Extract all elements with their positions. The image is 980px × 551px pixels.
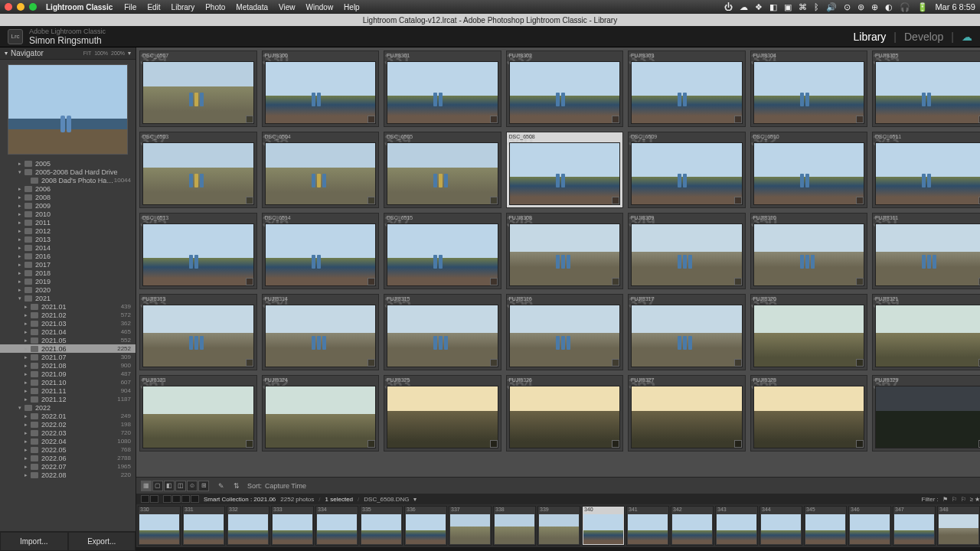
folder-row[interactable]: ▸2022.02198 (0, 420, 136, 429)
thumbnail-badge[interactable] (368, 440, 375, 448)
filmstrip-cell[interactable]: 341 (626, 506, 669, 546)
folder-row[interactable]: ▸2021.09487 (0, 370, 136, 378)
thumbnail-badge[interactable] (734, 116, 742, 123)
folder-row[interactable]: ▸2017 (0, 260, 136, 269)
grid-cell[interactable]: 358FUJI8320 (750, 294, 868, 370)
grid-cell[interactable]: 353FUJI8313 (139, 294, 257, 370)
grid-cell[interactable]: 340DSC_6508 (506, 132, 624, 208)
thumbnail-badge[interactable] (612, 116, 619, 123)
folder-row[interactable]: ▸2022.062788 (0, 454, 136, 462)
thumbnail-badge[interactable] (612, 359, 619, 367)
folder-row[interactable]: ▸2010 (0, 210, 136, 218)
grid-cell[interactable]: 334FUJI8304 (750, 51, 868, 127)
filmstrip-cell[interactable]: 345 (804, 506, 847, 546)
folder-row[interactable]: ▸2022.08220 (0, 471, 136, 479)
filmstrip-cell[interactable]: 348 (937, 506, 980, 546)
grid-cell[interactable]: 343DSC_6511 (872, 132, 980, 208)
grid-cell[interactable]: 354FUJI8314 (262, 294, 380, 370)
grid-cell[interactable]: 346DSC_6514 (262, 213, 380, 289)
thumbnail-badge[interactable] (856, 359, 864, 367)
cloud-sync-icon[interactable]: ☁ (962, 31, 972, 43)
thumbnail-badge[interactable] (368, 278, 375, 285)
view-mode-switcher[interactable]: ▦▢ ◧◫ ☺⊞ (141, 481, 209, 491)
grid-cell[interactable]: 366FUJI8328 (750, 375, 868, 452)
sort-direction-icon[interactable]: ⇅ (234, 482, 240, 490)
thumbnail-badge[interactable] (612, 440, 619, 448)
window-controls[interactable] (5, 3, 37, 11)
grid-loupe-toggle[interactable] (163, 495, 199, 503)
sort-value[interactable]: Capture Time (265, 482, 306, 490)
thumbnail-badge[interactable] (246, 440, 253, 448)
folder-row[interactable]: ▸2006 (0, 184, 136, 193)
filmstrip[interactable]: 3303313323333343353363373383393403413423… (136, 504, 980, 547)
folder-tree[interactable]: ▸2005▾2005-2008 Dad Hard Drive2008 Dad's… (0, 159, 136, 531)
grid-cell[interactable]: 335FUJI8305 (872, 51, 980, 127)
chevron-down-icon[interactable]: ▾ (128, 50, 131, 57)
chevron-down-icon[interactable]: ▾ (413, 496, 416, 503)
filmstrip-cell[interactable]: 332 (227, 506, 270, 546)
folder-row[interactable]: 2008 Dad's Photo Hard Drive10044 (0, 176, 136, 184)
menubar-status-icons[interactable]: ⏻☁❖ ◧▣⌘ ᛒ🔊⊙ ⊚⊕◐ 🎧🔋 Mar 6 8:59 (724, 2, 975, 12)
thumbnail-badge[interactable] (246, 116, 253, 123)
folder-row[interactable]: ▸2021.121187 (0, 395, 136, 403)
grid-cell[interactable]: 365FUJI8327 (628, 375, 746, 452)
grid-cell[interactable]: 349FUJI8309 (628, 213, 746, 289)
folder-row[interactable]: ▸2014 (0, 243, 136, 252)
folder-row[interactable]: ▸2021.01439 (0, 302, 136, 311)
filmstrip-cell[interactable]: 333 (271, 506, 314, 546)
folder-row[interactable]: ▸2021.08900 (0, 361, 136, 370)
folder-row[interactable]: ▸2013 (0, 235, 136, 243)
thumbnail-badge[interactable] (368, 197, 375, 204)
navigator-preview[interactable] (8, 64, 128, 155)
thumbnail-badge[interactable] (612, 197, 619, 204)
painter-tool-icon[interactable]: ✎ (218, 482, 224, 490)
folder-row[interactable]: ▸2022.03720 (0, 429, 136, 437)
menu-help[interactable]: Help (338, 3, 365, 11)
folder-row[interactable]: ▾2022 (0, 403, 136, 412)
filmstrip-cell[interactable]: 346 (848, 506, 891, 546)
grid-cell[interactable]: 351FUJI8311 (872, 213, 980, 289)
folder-row[interactable]: ▸2022.01249 (0, 412, 136, 420)
grid-cell[interactable]: 330FUJI8300 (262, 51, 380, 127)
folder-row[interactable]: ▸2022.05768 (0, 445, 136, 454)
grid-cell[interactable]: 342DSC_6510 (750, 132, 868, 208)
grid-cell[interactable]: 347DSC_6515 (384, 213, 501, 289)
grid-cell[interactable]: 341DSC_6509 (628, 132, 746, 208)
grid-cell[interactable]: 363FUJI8325 (384, 375, 501, 452)
menu-edit[interactable]: Edit (142, 3, 165, 11)
filmstrip-cell[interactable]: 343 (715, 506, 758, 546)
grid-cell[interactable]: 345DSC_6513 (139, 213, 257, 289)
grid-cell[interactable]: 332FUJI8302 (506, 51, 624, 127)
thumbnail-badge[interactable] (490, 116, 498, 123)
folder-row[interactable]: ▸2022.041080 (0, 437, 136, 445)
grid-cell[interactable]: 359FUJI8321 (872, 294, 980, 370)
secondary-window-toggle[interactable] (141, 495, 158, 503)
grid-cell[interactable]: 364FUJI8326 (506, 375, 624, 452)
thumbnail-badge[interactable] (490, 440, 498, 448)
grid-cell[interactable]: 350FUJI8310 (750, 213, 868, 289)
folder-row[interactable]: ▸2018 (0, 269, 136, 277)
folder-row[interactable]: ▸2021.03362 (0, 319, 136, 328)
folder-row[interactable]: ▾2005-2008 Dad Hard Drive (0, 168, 136, 176)
grid-cell[interactable]: 339DSC_6505 (384, 132, 501, 208)
thumbnail-badge[interactable] (246, 278, 253, 285)
filmstrip-cell[interactable]: 347 (893, 506, 936, 546)
grid-cell[interactable]: 348FUJI8308 (506, 213, 624, 289)
folder-row[interactable]: ▸2011 (0, 218, 136, 227)
folder-row[interactable]: ▸2009 (0, 201, 136, 210)
grid-view[interactable]: 329DSC_6507330FUJI8300331FUJI8301332FUJI… (136, 47, 980, 477)
folder-row[interactable]: ▸2021.10607 (0, 378, 136, 386)
flag-filter-icon[interactable]: ⚑ (942, 496, 948, 503)
thumbnail-badge[interactable] (734, 359, 742, 367)
grid-cell[interactable]: 356FUJI8316 (506, 294, 624, 370)
folder-row[interactable]: ▸2020 (0, 285, 136, 294)
module-library[interactable]: Library (854, 31, 887, 43)
filmstrip-cell[interactable]: 338 (493, 506, 536, 546)
thumbnail-badge[interactable] (734, 278, 742, 285)
thumbnail-badge[interactable] (734, 440, 742, 448)
folder-row[interactable]: ▸2021.11904 (0, 386, 136, 395)
grid-cell[interactable]: 338DSC_6504 (262, 132, 380, 208)
navigator-header[interactable]: ▾ Navigator FIT 100% 200% ▾ (0, 47, 136, 60)
folder-row[interactable]: ▸2012 (0, 227, 136, 235)
thumbnail-badge[interactable] (734, 197, 742, 204)
